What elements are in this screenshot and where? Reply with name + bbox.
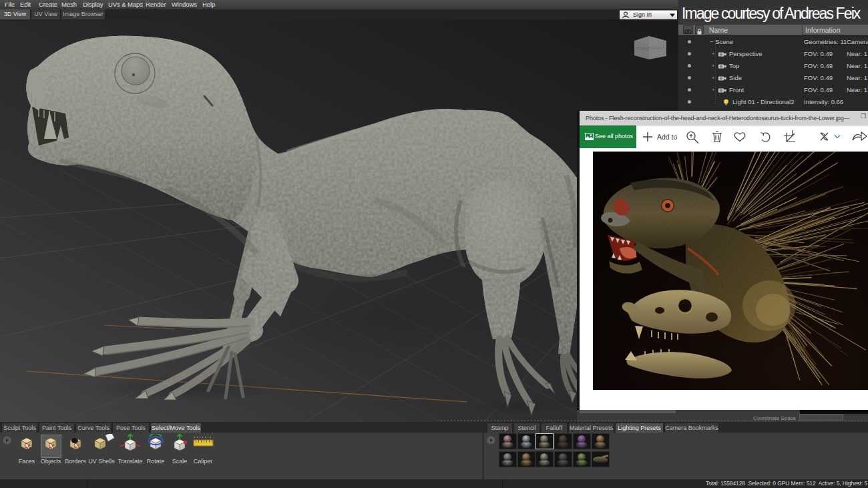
- svg-text:RIGHT: RIGHT: [652, 46, 664, 50]
- svg-text:FRONT: FRONT: [636, 47, 650, 51]
- svg-text:Add to: Add to: [657, 133, 678, 141]
